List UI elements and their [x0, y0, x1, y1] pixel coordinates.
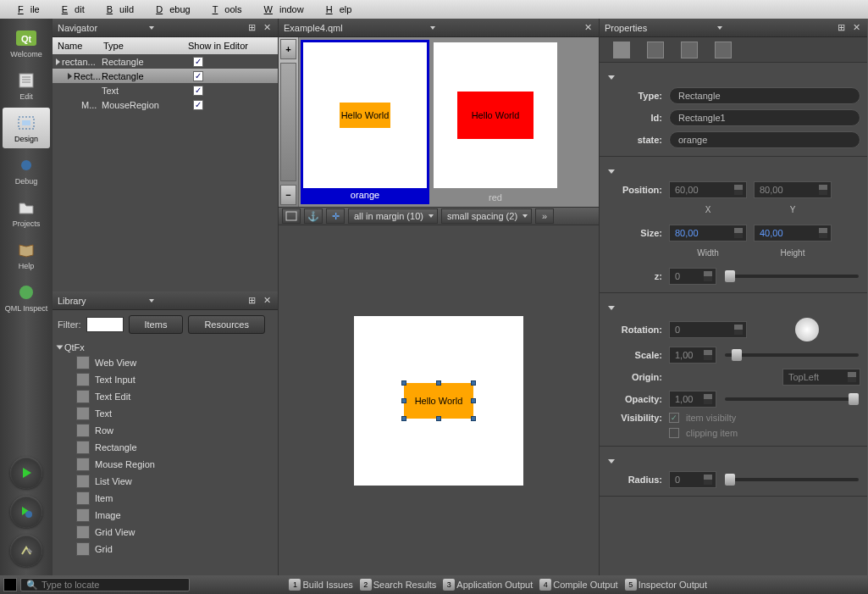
menu-help[interactable]: Help — [312, 2, 359, 17]
dropdown-icon[interactable] — [149, 299, 154, 303]
radius-slider[interactable] — [725, 478, 859, 481]
resize-handle[interactable] — [401, 380, 406, 386]
opacity-input[interactable]: 1,00 — [669, 391, 716, 408]
library-item[interactable]: Text — [58, 405, 273, 422]
crosshair-button[interactable]: ✛ — [326, 208, 345, 224]
spacing-combo[interactable]: small spacing (2) — [441, 208, 532, 224]
state-red[interactable]: Hello World red — [431, 40, 560, 204]
library-item[interactable]: Image — [58, 507, 273, 524]
library-item[interactable]: Web View — [58, 354, 273, 371]
type-field[interactable]: Rectangle — [669, 87, 860, 104]
section-toggle[interactable] — [606, 162, 860, 179]
view-mode-4[interactable] — [715, 42, 732, 58]
dropdown-icon[interactable] — [430, 26, 435, 30]
split-icon[interactable]: ⊞ — [835, 22, 847, 34]
snap-button[interactable] — [282, 208, 301, 224]
close-icon[interactable]: ✕ — [850, 22, 862, 34]
view-mode-2[interactable] — [647, 42, 664, 58]
x-input[interactable]: 60,00 — [669, 181, 747, 198]
state-orange[interactable]: Hello World orange — [301, 40, 429, 204]
resize-handle[interactable] — [471, 380, 476, 386]
resize-handle[interactable] — [436, 416, 441, 421]
zoom-out-button[interactable]: − — [280, 185, 296, 205]
library-item[interactable]: Rectangle — [58, 439, 273, 456]
selected-rectangle[interactable]: Hello World — [404, 383, 473, 419]
menu-window[interactable]: Window — [251, 2, 311, 17]
menu-build[interactable]: Build — [93, 2, 141, 17]
options-button[interactable]: » — [535, 208, 554, 224]
inspector-output-tab[interactable]: 5Inspector Output — [623, 578, 709, 591]
library-item[interactable]: Row — [58, 422, 273, 439]
clipping-checkbox[interactable] — [669, 428, 679, 438]
col-type[interactable]: Type — [103, 41, 188, 51]
mode-welcome[interactable]: Qt Welcome — [3, 23, 50, 64]
state-field[interactable]: orange — [669, 131, 860, 148]
run-debug-button[interactable] — [10, 496, 42, 528]
view-mode-1[interactable] — [613, 42, 630, 58]
section-toggle[interactable] — [606, 452, 860, 469]
menu-file[interactable]: File — [4, 2, 47, 17]
origin-combo[interactable]: TopLeft — [782, 369, 860, 386]
visibility-checkbox[interactable]: ✓ — [669, 413, 679, 423]
build-issues-tab[interactable]: 1Build Issues — [287, 578, 354, 591]
mode-edit[interactable]: Edit — [3, 65, 50, 106]
navigator-row[interactable]: M...MouseRegion✓ — [53, 97, 278, 112]
resize-handle[interactable] — [401, 416, 406, 421]
canvas-root-rectangle[interactable]: Hello World — [354, 316, 523, 486]
resize-handle[interactable] — [471, 416, 476, 421]
library-item[interactable]: Grid View — [58, 524, 273, 541]
locator-input[interactable]: 🔍 Type to locate — [20, 578, 190, 591]
section-toggle[interactable] — [606, 68, 860, 85]
id-field[interactable]: Rectangle1 — [669, 109, 860, 126]
library-category[interactable]: QtFx — [58, 341, 273, 354]
close-icon[interactable]: ✕ — [582, 22, 594, 34]
mode-design[interactable]: Design — [3, 108, 50, 148]
menu-edit[interactable]: Edit — [48, 2, 91, 17]
show-checkbox[interactable]: ✓ — [193, 86, 203, 96]
library-item[interactable]: Grid — [58, 541, 273, 558]
height-input[interactable]: 40,00 — [754, 225, 832, 241]
library-item[interactable]: Item — [58, 490, 273, 507]
close-icon[interactable]: ✕ — [261, 295, 273, 307]
col-show[interactable]: Show in Editor — [188, 41, 276, 51]
close-icon[interactable]: ✕ — [261, 22, 273, 34]
mode-qml-inspect[interactable]: QML Inspect — [3, 277, 50, 318]
navigator-row[interactable]: Rect...Rectangle✓ — [53, 69, 278, 83]
run-button[interactable] — [10, 457, 42, 489]
menu-debug[interactable]: Debug — [142, 2, 196, 17]
library-item[interactable]: List View — [58, 473, 273, 490]
search-results-tab[interactable]: 2Search Results — [358, 578, 439, 591]
show-checkbox[interactable]: ✓ — [193, 71, 203, 81]
application-output-tab[interactable]: 3Application Output — [441, 578, 534, 591]
library-item[interactable]: Text Input — [58, 371, 273, 388]
mode-help[interactable]: Help — [3, 235, 50, 275]
library-item[interactable]: Mouse Region — [58, 456, 273, 473]
anchor-button[interactable]: ⚓ — [304, 208, 323, 224]
canvas[interactable]: Hello World — [279, 225, 599, 575]
z-input[interactable]: 0 — [669, 268, 716, 285]
split-icon[interactable]: ⊞ — [246, 22, 257, 34]
margin-combo[interactable]: all in margin (10) — [348, 208, 438, 224]
y-input[interactable]: 80,00 — [754, 181, 832, 198]
split-icon[interactable]: ⊞ — [246, 295, 257, 307]
filter-input[interactable] — [86, 317, 124, 332]
resources-tab[interactable]: Resources — [188, 315, 265, 334]
resize-handle[interactable] — [471, 398, 476, 403]
resize-handle[interactable] — [401, 398, 406, 403]
radius-input[interactable]: 0 — [669, 471, 716, 488]
show-checkbox[interactable]: ✓ — [193, 57, 203, 67]
resize-handle[interactable] — [436, 380, 441, 386]
z-slider[interactable] — [725, 275, 859, 278]
opacity-slider[interactable] — [725, 397, 859, 401]
output-toggle[interactable] — [3, 578, 17, 591]
navigator-row[interactable]: rectan...Rectangle✓ — [53, 54, 278, 69]
build-button[interactable] — [10, 535, 42, 567]
rotation-knob[interactable] — [795, 318, 819, 341]
mode-projects[interactable]: Projects — [3, 192, 50, 233]
width-input[interactable]: 80,00 — [669, 225, 747, 241]
menu-tools[interactable]: Tools — [199, 2, 249, 17]
scale-slider[interactable] — [725, 353, 859, 357]
rotation-input[interactable]: 0 — [669, 321, 747, 338]
compile-output-tab[interactable]: 4Compile Output — [538, 578, 619, 591]
navigator-row[interactable]: Text✓ — [53, 83, 278, 97]
